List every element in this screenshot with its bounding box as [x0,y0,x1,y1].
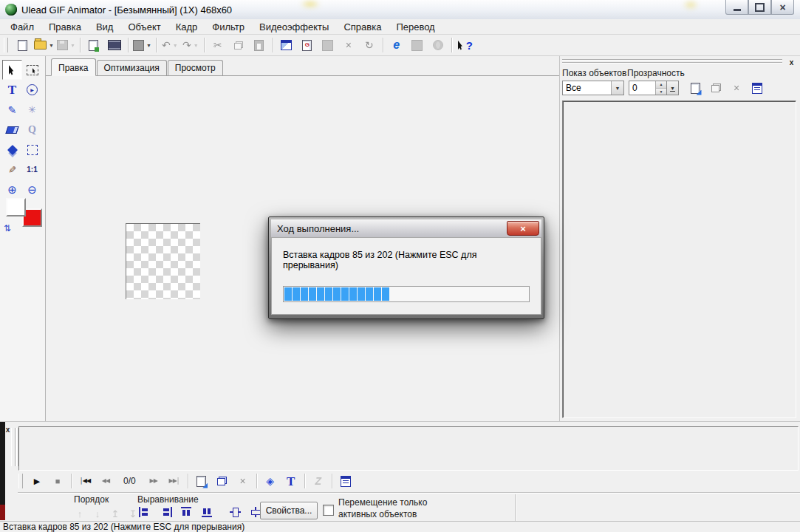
add-frame-icon [196,476,206,487]
progress-dialog: Ход выполнения... × Вставка кадров 85 из… [268,216,544,319]
playbar-drag-handle[interactable] [18,474,23,488]
minimize-button[interactable] [725,0,748,15]
align-bottom-button[interactable] [197,503,216,521]
object-manager-panel: x Показ объектов Прозрачность Все ▼ 0 ▲ … [559,56,800,421]
duplicate-frame-button[interactable] [213,472,232,490]
tool-zoom-in[interactable]: ⊕ [2,180,22,200]
last-frame-button: ▶▶│ [165,472,184,490]
tool-zoom-out[interactable]: ⊖ [22,180,42,200]
selection-window-button[interactable] [277,36,296,54]
copy-button [229,36,248,54]
open-button-dropdown[interactable]: ▼ [49,43,54,48]
object-properties-button[interactable] [748,79,767,97]
close-button[interactable]: × [771,0,794,15]
tool-actual-size[interactable]: 1:1 [22,160,42,180]
add-image-button[interactable] [84,36,103,54]
duplicate-object-icon [711,83,721,92]
progress-segment [317,287,324,301]
playback-toolbar: ▶■│◀◀◀◀0/0▶▶▶▶│×◈TZ [16,472,356,490]
restore-button[interactable] [748,0,771,15]
menu-help[interactable]: Справка [336,20,389,34]
align-right-button[interactable] [156,503,175,521]
spin-down-icon[interactable]: ▼ [656,89,666,95]
panel-close-button[interactable]: x [787,58,796,67]
banner-text-button[interactable]: T [281,472,301,490]
swap-colors-icon[interactable]: ⇅ [4,223,11,233]
separator [204,38,205,52]
menu-object[interactable]: Объект [120,20,168,34]
new-button[interactable] [13,36,32,54]
web-publish-icon [433,40,443,50]
cut-icon: ✂ [213,40,222,50]
frames-panel-drag-handle[interactable] [11,428,16,466]
tab-preview[interactable]: Просмотр [168,60,223,75]
move-active-only-checkbox[interactable] [323,505,334,516]
divider [515,494,516,521]
chevron-down-icon[interactable]: ▼ [611,81,623,95]
spin-up-icon[interactable]: ▲ [656,81,666,89]
separator [80,38,81,52]
gif-optimize-button[interactable]: G [298,36,317,54]
transparent-image-frame[interactable] [126,223,200,299]
preview-in-browser-button[interactable]: e [387,36,406,54]
tween-button: Z [309,472,328,490]
canvas-color-button-dropdown[interactable]: ▼ [146,43,151,48]
add-object-button[interactable] [686,79,705,97]
tool-animation-icon: ▶ [27,84,38,95]
align-left-button[interactable] [135,503,154,521]
menu-frame[interactable]: Кадр [168,20,205,34]
show-objects-select[interactable]: Все ▼ [562,81,624,95]
tool-fill[interactable] [2,140,22,160]
tool-eraser[interactable] [2,120,22,140]
dialog-title-bar[interactable]: Ход выполнения... × [271,219,541,237]
menu-video-effects[interactable]: Видеоэффекты [252,20,336,34]
transparency-slider-button[interactable]: ▼ [667,81,679,95]
menu-bar: ФайлПравкаВидОбъектКадрФильтрВидеоэффект… [0,19,800,35]
handle-line [562,59,782,60]
first-frame-button[interactable]: │◀◀ [75,472,95,490]
object-list[interactable] [562,100,796,418]
align-top-button[interactable] [177,503,196,521]
menu-file[interactable]: Файл [3,20,41,34]
properties-button[interactable]: Свойства... [260,502,318,519]
add-video-button[interactable] [105,36,124,54]
order-toolbar: ↑↓↥↧ [71,505,142,522]
foreground-color-swatch[interactable] [6,198,26,216]
menu-view[interactable]: Вид [89,20,121,34]
tool-brush[interactable]: ✎ [2,100,22,120]
menu-edit[interactable]: Правка [41,20,89,34]
tool-magic-wand[interactable]: ✳ [22,100,42,120]
tool-animation[interactable]: ▶ [22,80,42,100]
tool-object-select[interactable] [22,60,42,80]
tool-text[interactable]: T [2,80,22,100]
tool-text-icon: T [8,83,16,96]
center-horizontal-button[interactable] [225,503,245,521]
menu-translate[interactable]: Перевод [389,20,442,34]
canvas-color-icon [133,40,144,51]
title-bar[interactable]: Ulead GIF Animator - [Безымянный] (1X) 4… [0,0,800,20]
transparency-spinner[interactable]: 0 ▲ ▼ [629,81,667,95]
progress-segment [358,287,365,301]
panel-drag-handle[interactable]: x [560,56,800,66]
play-button[interactable]: ▶ [27,472,47,490]
frame-grid-button [408,36,427,54]
progress-segment [293,287,300,301]
canvas-color-button[interactable]: ▼ [132,36,152,54]
tool-lasso[interactable]: Q [22,120,42,140]
tab-optimize[interactable]: Оптимизация [97,60,167,75]
context-help-button[interactable]: ? [456,36,475,54]
frame-properties-button[interactable] [336,472,355,490]
dialog-close-button[interactable]: × [507,221,539,236]
tool-eyedropper[interactable]: ✎ [2,160,22,180]
onion-skin-button[interactable]: ◈ [261,472,280,490]
tab-edit[interactable]: Правка [51,58,96,76]
menu-filter[interactable]: Фильтр [205,20,252,34]
tool-select[interactable] [2,60,22,80]
status-bar: Вставка кадров 85 из 202 (Нажмите ESC дл… [0,521,800,532]
open-button[interactable]: ▼ [33,36,55,54]
add-frame-button[interactable] [192,472,211,490]
tool-transform[interactable] [22,140,42,160]
toolbar-drag-handle[interactable] [4,38,8,52]
progress-segment [325,287,332,301]
frame-strip[interactable] [18,426,799,471]
